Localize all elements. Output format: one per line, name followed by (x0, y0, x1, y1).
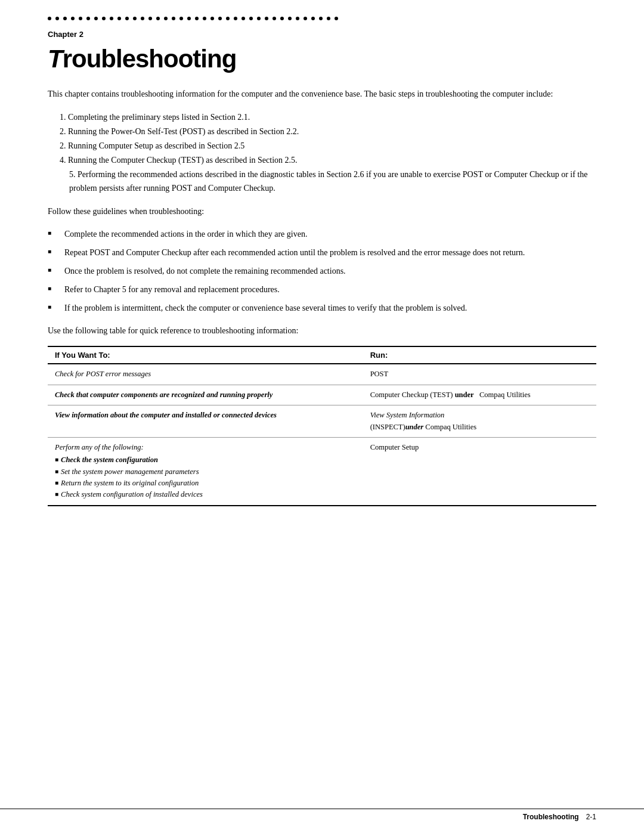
dot (304, 17, 307, 20)
dot (125, 17, 129, 20)
dot (148, 17, 152, 20)
dot (218, 17, 222, 20)
dot (327, 17, 330, 20)
top-dots-row (0, 0, 644, 20)
dot (133, 17, 137, 20)
col-header-if-you-want: If You Want To: (48, 346, 363, 364)
dot (242, 17, 245, 20)
dot (234, 17, 237, 20)
dot (249, 17, 253, 20)
table-cell: View System Information(INSPECT)under Co… (363, 405, 596, 438)
list-item: 1. Completing the preliminary steps list… (48, 110, 596, 125)
table-cell: Check for POST error messages (48, 364, 363, 385)
dot (164, 17, 168, 20)
chapter-label: Chapter 2 (0, 27, 644, 39)
reference-table: If You Want To: Run: Check for POST erro… (48, 346, 596, 506)
dot (257, 17, 261, 20)
dot (172, 17, 175, 20)
dot (117, 17, 121, 20)
dot (195, 17, 199, 20)
list-item: 5. Performing the recommended actions de… (48, 168, 596, 196)
list-item: 2. Running Computer Setup as described i… (48, 139, 596, 153)
dot (288, 17, 292, 20)
numbered-steps-list: 1. Completing the preliminary steps list… (48, 110, 596, 196)
dot (296, 17, 299, 20)
title-T: T (48, 45, 63, 73)
dot (265, 17, 268, 20)
list-item: Repeat POST and Computer Checkup after e… (48, 246, 596, 259)
table-cell: Computer Checkup (TEST) under Compaq Uti… (363, 385, 596, 405)
table-cell: Perform any of the following: ■ Check th… (48, 437, 363, 505)
dot (63, 17, 67, 20)
dot (311, 17, 315, 20)
chapter-word: Chapter (48, 30, 77, 39)
dot (179, 17, 183, 20)
list-item: 2. Running the Power-On Self-Test (POST)… (48, 125, 596, 139)
bullet-list: Complete the recommended actions in the … (48, 227, 596, 315)
dot (102, 17, 106, 20)
dots-line (48, 17, 338, 20)
dot (273, 17, 276, 20)
dot (335, 17, 338, 20)
chapter-number: 2 (79, 30, 83, 39)
list-item: If the problem is intermittent, check th… (48, 301, 596, 315)
table-cell: Computer Setup (363, 437, 596, 505)
table-row: View information about the computer and … (48, 405, 596, 438)
table-row: Check that computer components are recog… (48, 385, 596, 405)
table-row: Check for POST error messages POST (48, 364, 596, 385)
dot (203, 17, 206, 20)
dot (48, 17, 51, 20)
page-footer: Troubleshooting 2-1 (0, 809, 644, 821)
footer-label: Troubleshooting (523, 813, 579, 821)
dot (187, 17, 191, 20)
page-container: Chapter 2 Troubleshooting This chapter c… (0, 0, 644, 833)
footer-page-number: 2-1 (586, 813, 596, 821)
dot (226, 17, 230, 20)
dot (156, 17, 160, 20)
page-title: Troubleshooting (0, 39, 644, 88)
dot (86, 17, 90, 20)
list-item: Once the problem is resolved, do not com… (48, 264, 596, 278)
guidelines-intro: Follow these guidelines when troubleshoo… (48, 205, 596, 218)
dot (71, 17, 75, 20)
table-row: Perform any of the following: ■ Check th… (48, 437, 596, 505)
list-item: Complete the recommended actions in the … (48, 227, 596, 241)
dot (55, 17, 59, 20)
table-intro: Use the following table for quick refere… (48, 324, 596, 337)
dot (79, 17, 82, 20)
list-item: 4. Running the Computer Checkup (TEST) a… (48, 153, 596, 168)
table-cell: POST (363, 364, 596, 385)
dot (94, 17, 98, 20)
title-rest: roubleshooting (63, 45, 237, 73)
dot (319, 17, 323, 20)
list-item: Refer to Chapter 5 for any removal and r… (48, 283, 596, 296)
dot (110, 17, 113, 20)
table-cell: Check that computer components are recog… (48, 385, 363, 405)
table-header-row: If You Want To: Run: (48, 346, 596, 364)
dot (141, 17, 144, 20)
dot (280, 17, 284, 20)
table-cell: View information about the computer and … (48, 405, 363, 438)
intro-paragraph: This chapter contains troubleshooting in… (48, 88, 596, 101)
dot (210, 17, 214, 20)
col-header-run: Run: (363, 346, 596, 364)
content-area: This chapter contains troubleshooting in… (0, 88, 644, 506)
